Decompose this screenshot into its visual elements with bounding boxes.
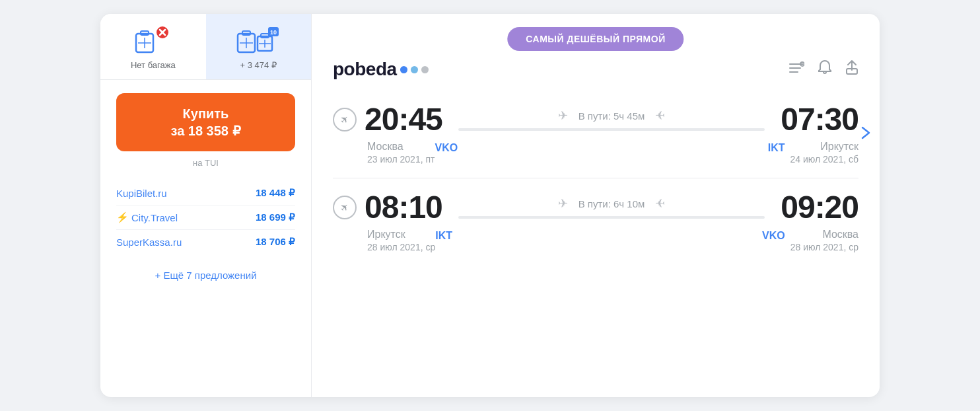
arrive-date-0: 24 июл 2021, сб [790,154,858,165]
on-tui-label: на TUI [193,158,219,168]
duration-row-1: ✈ В пути: 6ч 10м ✈ [458,196,765,211]
right-panel: САМЫЙ ДЕШЁВЫЙ ПРЯМОЙ pobeda [312,14,880,397]
price-row-2: SuperKassa.ru 18 706 ₽ [116,230,295,254]
price-amount-1: 18 699 ₽ [256,211,295,223]
left-panel: Нет багажа [100,14,312,397]
land-icon-0: ✈ [655,108,665,123]
baggage-tab-with[interactable]: 10 + 3 474 ₽ [206,14,312,79]
more-offers-link[interactable]: + Ещё 7 предложений [100,264,311,291]
baggage-tab-with-label: + 3 474 ₽ [240,60,277,70]
depart-city-0: Москва [367,141,435,153]
depart-code-1: IKT [435,230,452,242]
price-source-2[interactable]: SuperKassa.ru [116,237,182,248]
flight-main-row-0: ✈ 20:45 ✈ В пути: 5ч 45м ✈ [333,104,858,135]
flight-main-row-1: ✈ 08:10 ✈ В пути: 6ч 10м ✈ [333,192,858,223]
progress-bar-0 [458,128,765,131]
lightning-icon: ⚡ [116,211,129,223]
flight-middle-1: ✈ В пути: 6ч 10м ✈ [442,196,781,219]
flight-meta-left-0: Москва 23 июл 2021, пт [333,141,435,165]
flight-segment-0: ✈ 20:45 ✈ В пути: 5ч 45м ✈ [333,91,858,178]
svg-text:10: 10 [270,29,277,36]
plane-circle-depart-1: ✈ [333,196,357,219]
plane-depart-icon-1: ✈ [337,200,352,215]
flight-arrive-0: 07:30 [781,104,858,135]
airline-logo: pobeda [333,59,429,80]
land-icon-1: ✈ [655,196,665,211]
flights-container: ✈ 20:45 ✈ В пути: 5ч 45м ✈ [312,91,880,397]
buy-button[interactable]: Купить за 18 358 ₽ [116,93,295,151]
bell-icon[interactable] [818,59,832,79]
flight-depart-1: ✈ 08:10 [333,192,442,223]
flight-meta-0: Москва 23 июл 2021, пт VKO IKT Иркутск 2… [333,141,858,165]
arrive-date-1: 28 июл 2021, ср [790,242,858,252]
duration-text-1: В пути: 6ч 10м [578,198,645,209]
dot-1 [400,66,407,73]
depart-date-0: 23 июл 2021, пт [367,154,435,165]
baggage-tab-none-label: Нет багажа [131,60,176,70]
filter-icon[interactable] [788,61,804,78]
flight-depart-0: ✈ 20:45 [333,104,442,135]
duration-text-0: В пути: 5ч 45м [578,110,645,122]
airline-name: pobeda [333,59,397,80]
baggage-icon-with: 10 [236,26,280,55]
depart-time-1: 08:10 [365,192,442,223]
price-row-0: KupiBilet.ru 18 448 ₽ [116,181,295,205]
arrive-city-1: Москва [790,229,858,241]
plane-circle-depart-0: ✈ [333,108,357,131]
buy-section: Купить за 18 358 ₽ на TUI [100,80,311,176]
dot-3 [421,66,429,73]
takeoff-icon-1: ✈ [558,196,568,211]
baggage-tab-none[interactable]: Нет багажа [100,14,206,79]
dot-2 [411,66,418,73]
expand-btn-0[interactable] [860,124,872,145]
flight-meta-left-1: Иркутск 28 июл 2021, ср [333,229,435,252]
baggage-icon-none [135,26,172,55]
share-icon[interactable] [845,59,858,79]
price-amount-2: 18 706 ₽ [256,236,295,248]
arrive-city-0: Иркутск [790,141,858,153]
flight-middle-0: ✈ В пути: 5ч 45м ✈ [442,108,781,131]
flight-meta-right-0: Иркутск 24 июл 2021, сб [790,141,858,165]
flight-card: Нет багажа [100,14,880,397]
arrive-time-0: 07:30 [781,104,858,135]
depart-city-1: Иркутск [367,229,435,241]
baggage-tabs: Нет багажа [100,14,311,80]
price-source-0[interactable]: KupiBilet.ru [116,188,167,199]
arrive-time-1: 09:20 [781,192,858,223]
cheapest-badge-container: САМЫЙ ДЕШЁВЫЙ ПРЯМОЙ [507,27,683,51]
plane-depart-icon-0: ✈ [337,112,352,127]
flight-arrive-1: 09:20 [781,192,858,223]
takeoff-icon-0: ✈ [558,108,568,123]
progress-bar-1 [458,216,765,219]
price-source-1[interactable]: ⚡ City.Travel [116,211,178,223]
header-actions [788,59,858,79]
depart-code-0: VKO [435,142,458,154]
depart-date-1: 28 июл 2021, ср [367,242,435,252]
price-row-1: ⚡ City.Travel 18 699 ₽ [116,205,295,230]
duration-row-0: ✈ В пути: 5ч 45м ✈ [458,108,765,123]
cheapest-badge: САМЫЙ ДЕШЁВЫЙ ПРЯМОЙ [507,27,683,51]
flight-segment-1: ✈ 08:10 ✈ В пути: 6ч 10м ✈ [333,178,858,266]
price-list: KupiBilet.ru 18 448 ₽ ⚡ City.Travel 18 6… [100,176,311,264]
arrive-code-0: IKT [768,142,785,154]
arrive-code-1: VKO [762,230,785,242]
airline-dots [400,66,429,73]
flight-meta-right-1: Москва 28 июл 2021, ср [790,229,858,252]
airline-header: pobeda [312,14,880,91]
price-amount-0: 18 448 ₽ [256,187,295,199]
depart-time-0: 20:45 [365,104,442,135]
flight-meta-1: Иркутск 28 июл 2021, ср IKT VKO Москва 2… [333,229,858,252]
